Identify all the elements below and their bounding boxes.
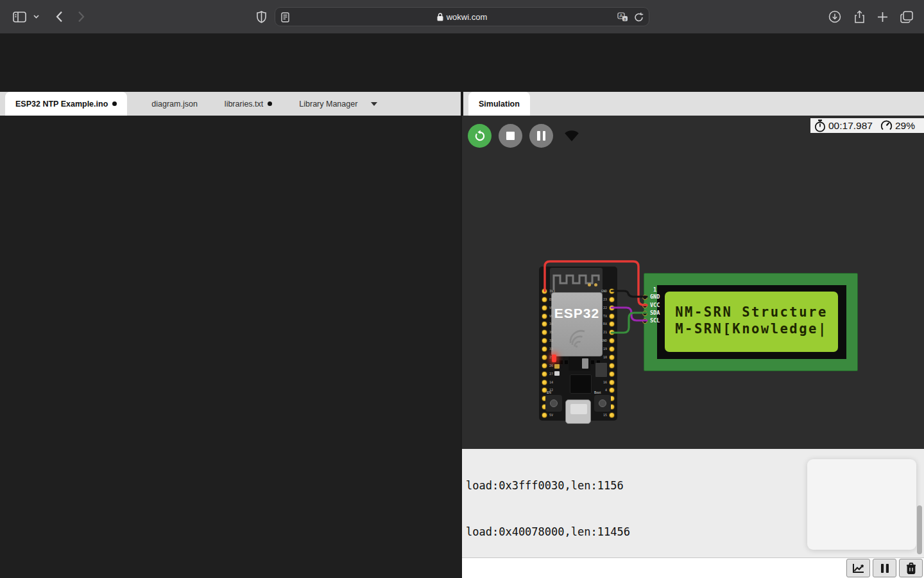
lcd-pin-vcc[interactable]: VCC: [642, 302, 660, 309]
esp32-pin-gnd[interactable]: [609, 338, 615, 344]
esp32-pin-14[interactable]: [542, 380, 547, 385]
serial-scrollbar-thumb[interactable]: [917, 505, 922, 554]
pin-label: 35: [549, 331, 553, 334]
esp32-board[interactable]: ESP32 3V3ENVPVN343532332526271412GND135V…: [539, 267, 617, 421]
lcd1602-module[interactable]: NM-SRN Structure M-SRN[Knowledge| 1 GND …: [644, 273, 858, 371]
esp32-pin-gnd[interactable]: [609, 288, 615, 294]
pin-label: 15: [603, 414, 607, 417]
smd-part: [554, 364, 560, 369]
stopwatch-icon: [814, 119, 826, 132]
esp32-pin-33[interactable]: [542, 346, 547, 352]
en-button-label: EN: [547, 390, 551, 394]
esp32-pin-rx[interactable]: [609, 321, 615, 327]
tab-overview-icon[interactable]: [898, 0, 916, 33]
trash-icon: [906, 563, 916, 574]
tab-diagram-json[interactable]: diagram.json: [141, 92, 208, 116]
pause-serial-button[interactable]: [873, 559, 896, 577]
boot-button[interactable]: [594, 395, 611, 412]
tab-label: ESP32 NTP Example.ino: [15, 100, 108, 109]
lcd-screen: NM-SRN Structure M-SRN[Knowledge|: [665, 292, 838, 352]
esp32-pin-5[interactable]: [609, 363, 615, 369]
esp32-pin-en[interactable]: [542, 297, 547, 302]
esp32-pin-21[interactable]: [609, 329, 615, 335]
esp32-pin-19[interactable]: [609, 346, 615, 352]
restart-simulation-button[interactable]: [468, 124, 492, 148]
code-editor[interactable]: [0, 116, 461, 578]
lock-icon: [437, 13, 443, 21]
lcd-line-1: NM-SRN Structure: [665, 304, 838, 320]
cpu-load: 29%: [895, 120, 915, 132]
privacy-shield-icon[interactable]: [254, 0, 268, 33]
downloads-icon[interactable]: [826, 0, 843, 33]
simulation-canvas[interactable]: 00:17.987 29% ESP32 3V3ENVPVN34353233252…: [462, 116, 924, 449]
esp32-pin-5v[interactable]: [542, 412, 547, 418]
esp32-pin-15[interactable]: [609, 412, 615, 418]
pin-label: 34: [549, 322, 553, 326]
esp32-pin-23[interactable]: [609, 297, 615, 302]
pin-hole: [642, 311, 647, 316]
wifi-status-icon[interactable]: [563, 128, 580, 145]
tab-label: libraries.txt: [225, 100, 263, 109]
pin-hole: [642, 295, 647, 300]
pin-label: 3V3: [549, 290, 555, 293]
esp32-pin-32[interactable]: [542, 338, 547, 344]
pause-icon: [880, 563, 889, 574]
clear-serial-button[interactable]: [899, 559, 923, 577]
esp32-pin-22[interactable]: [609, 305, 615, 311]
lcd-pin-sda[interactable]: SDA: [642, 310, 660, 317]
smd-part: [554, 371, 560, 376]
esp32-pin-26[interactable]: [542, 363, 547, 369]
share-icon[interactable]: [851, 0, 868, 33]
serial-monitor[interactable]: load:0x3fff0030,len:1156 load:0x40078000…: [462, 449, 924, 557]
lcd-line-2: M-SRN[Knowledge|: [665, 321, 838, 337]
pin-label: 5V: [549, 414, 553, 417]
pause-icon: [537, 131, 545, 141]
lcd-pin-gnd[interactable]: GND: [642, 293, 660, 301]
esp32-pin-34[interactable]: [542, 321, 547, 327]
svg-text:a: a: [624, 17, 626, 21]
reload-icon[interactable]: [634, 12, 644, 24]
tab-simulation[interactable]: Simulation: [468, 92, 530, 116]
esp32-pin-16[interactable]: [609, 380, 615, 385]
esp32-pin-25[interactable]: [542, 355, 547, 360]
pin-label: RX: [603, 322, 607, 326]
esp32-pin-35[interactable]: [542, 329, 547, 335]
esp32-pin-vp[interactable]: [542, 305, 547, 311]
sim-time: 00:17.987: [828, 120, 873, 132]
browser-toolbar: wokwi.com Aa: [0, 0, 924, 33]
translate-icon[interactable]: Aa: [617, 12, 628, 24]
reader-mode-icon[interactable]: [281, 12, 289, 24]
editor-tabbar: ESP32 NTP Example.ino diagram.json libra…: [0, 92, 461, 116]
new-tab-icon[interactable]: [874, 0, 891, 33]
pin-label: 32: [549, 339, 553, 342]
tab-library-manager[interactable]: Library Manager: [289, 92, 388, 116]
forward-button[interactable]: [73, 0, 89, 33]
pin-label: 26: [549, 364, 553, 367]
pin-label: 22: [603, 306, 607, 310]
pin-label: 14: [549, 381, 553, 384]
plot-button[interactable]: [846, 559, 870, 577]
tab-libraries-txt[interactable]: libraries.txt: [214, 92, 282, 116]
pin-label: TX: [603, 315, 607, 318]
address-bar[interactable]: wokwi.com Aa: [275, 7, 649, 26]
sidebar-toggle-icon[interactable]: [10, 0, 28, 33]
esp32-pin-3v3[interactable]: [542, 288, 547, 294]
en-button[interactable]: [545, 395, 562, 412]
stop-icon: [506, 132, 515, 140]
esp32-pin-18[interactable]: [609, 355, 615, 360]
pin-label: 21: [603, 331, 607, 334]
stop-simulation-button[interactable]: [499, 124, 522, 148]
lcd-pin-scl[interactable]: SCL: [642, 317, 660, 324]
pin-label: VP: [549, 306, 553, 310]
gauge-icon: [880, 119, 893, 132]
esp32-pin-27[interactable]: [542, 371, 547, 377]
back-button[interactable]: [51, 0, 67, 33]
sidebar-chevron-down-icon[interactable]: [31, 0, 41, 33]
esp32-pin-17[interactable]: [609, 371, 615, 377]
tab-sketch-file[interactable]: ESP32 NTP Example.ino: [5, 92, 127, 116]
esp32-pin-4[interactable]: [609, 387, 615, 393]
screen: wokwi.com Aa ESP32 NTP Example.ino: [0, 0, 924, 578]
esp32-pin-tx[interactable]: [609, 313, 615, 319]
esp32-pin-vn[interactable]: [542, 313, 547, 319]
pause-simulation-button[interactable]: [529, 124, 553, 148]
